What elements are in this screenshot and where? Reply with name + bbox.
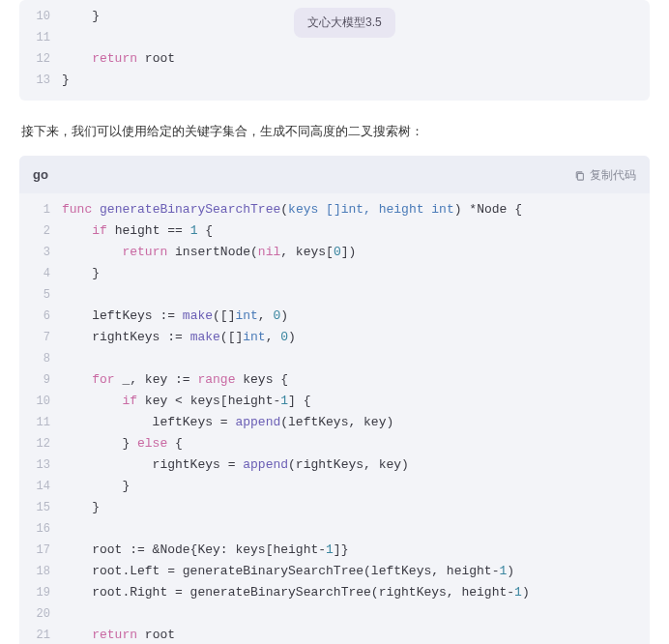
line-number: 16 [19,518,50,540]
code-line: return root [62,48,650,70]
language-label: go [33,165,48,186]
line-number: 13 [19,70,50,91]
code-line: rightKeys = append(rightKeys, key) [62,454,650,476]
code-line [62,284,650,306]
code-line: rightKeys := make([]int, 0) [62,327,650,348]
code-line: } [62,70,650,91]
code-line: root := &Node{Key: keys[height-1]} [62,540,650,561]
code-body: 12345678910111213141516171819202122 func… [19,193,650,644]
code-line: root.Right = generateBinarySearchTree(ri… [62,582,650,603]
line-number: 19 [19,582,50,603]
code-line: root.Left = generateBinarySearchTree(lef… [62,561,650,582]
code-content: func generateBinarySearchTree(keys []int… [62,199,650,644]
line-number-gutter: 12345678910111213141516171819202122 [19,199,62,644]
line-number: 4 [19,263,50,284]
line-number-gutter: 10111213 [19,6,62,91]
line-number: 2 [19,220,50,242]
code-line: leftKeys = append(leftKeys, key) [62,412,650,433]
line-number: 14 [19,476,50,497]
line-number: 6 [19,306,50,327]
code-line: leftKeys := make([]int, 0) [62,306,650,327]
copy-icon [574,169,586,181]
svg-rect-0 [577,174,583,181]
code-header: go 复制代码 [19,156,650,193]
copy-code-button[interactable]: 复制代码 [574,166,636,185]
code-line: } [62,497,650,518]
line-number: 10 [19,391,50,412]
line-number: 15 [19,497,50,518]
model-badge: 文心大模型3.5 [294,8,395,38]
line-number: 20 [19,603,50,625]
code-line: return root [62,625,650,644]
line-number: 12 [19,433,50,454]
code-line: } [62,263,650,284]
code-line: if key < keys[height-1] { [62,391,650,412]
code-line: for _, key := range keys { [62,369,650,391]
line-number: 10 [19,6,50,27]
line-number: 13 [19,454,50,476]
code-line: } else { [62,433,650,454]
code-line [62,603,650,625]
code-line: } [62,476,650,497]
paragraph-text: 接下来，我们可以使用给定的关键字集合，生成不同高度的二叉搜索树： [19,108,650,156]
code-line [62,348,650,369]
line-number: 12 [19,48,50,70]
copy-code-label: 复制代码 [590,166,636,185]
code-line [62,518,650,540]
line-number: 17 [19,540,50,561]
code-line: if height == 1 { [62,220,650,242]
line-number: 18 [19,561,50,582]
line-number: 21 [19,625,50,644]
line-number: 9 [19,369,50,391]
code-line: func generateBinarySearchTree(keys []int… [62,199,650,220]
line-number: 11 [19,27,50,48]
code-block-2: go 复制代码 12345678910111213141516171819202… [19,156,650,644]
line-number: 11 [19,412,50,433]
line-number: 3 [19,242,50,263]
code-line: return insertNode(nil, keys[0]) [62,242,650,263]
line-number: 1 [19,199,50,220]
line-number: 7 [19,327,50,348]
line-number: 5 [19,284,50,306]
line-number: 8 [19,348,50,369]
